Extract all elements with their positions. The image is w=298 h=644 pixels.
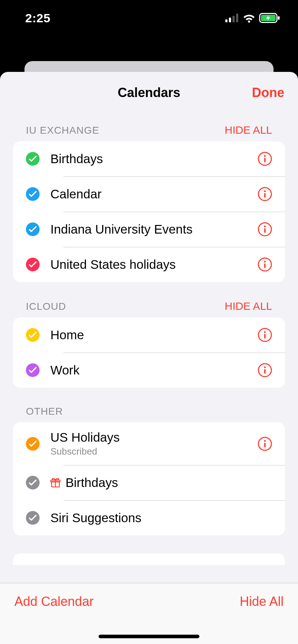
done-button[interactable]: Done <box>252 85 284 100</box>
calendar-name-text: Birthdays <box>66 475 118 490</box>
section-label: ICLOUD <box>26 301 66 312</box>
calendar-info-button[interactable] <box>258 222 272 236</box>
svg-rect-1 <box>229 18 231 22</box>
calendar-toggle-check[interactable] <box>26 222 40 236</box>
battery-charging-icon <box>259 13 280 23</box>
calendar-name: Indiana University Events <box>50 222 258 236</box>
calendar-name: United States holidays <box>50 257 258 272</box>
modal-header: Calendars Done <box>0 72 298 113</box>
calendar-row-body: Birthdays <box>50 468 272 498</box>
calendar-name: Calendar <box>50 187 258 201</box>
calendar-info-button[interactable] <box>258 187 272 201</box>
calendar-row[interactable]: Work <box>13 353 285 388</box>
calendar-name: Birthdays <box>50 152 258 166</box>
calendar-row[interactable]: Calendar <box>13 176 285 212</box>
calendar-toggle-check[interactable] <box>26 511 40 525</box>
calendar-name-text: Siri Suggestions <box>50 511 141 525</box>
status-time: 2:25 <box>25 11 50 25</box>
calendar-row-body: Birthdays <box>50 144 258 174</box>
calendar-row[interactable]: Birthdays <box>13 465 285 500</box>
calendar-info-button[interactable] <box>258 437 272 451</box>
calendar-row-body: United States holidays <box>50 249 258 280</box>
section-label: IU EXCHANGE <box>26 125 99 136</box>
wifi-icon <box>243 13 256 23</box>
calendar-name: Birthdays <box>50 475 272 490</box>
calendar-name-text: Indiana University Events <box>50 222 193 236</box>
calendars-modal: Calendars Done IU EXCHANGEHIDE ALLBirthd… <box>0 72 298 644</box>
calendar-toggle-check[interactable] <box>26 152 40 166</box>
calendar-row-body: US HolidaysSubscribed <box>50 422 258 465</box>
calendar-row-body: Siri Suggestions <box>50 503 272 533</box>
calendar-row[interactable]: Birthdays <box>13 141 285 176</box>
gift-icon <box>50 478 60 488</box>
svg-rect-3 <box>236 14 238 22</box>
calendar-group-card: US HolidaysSubscribedBirthdaysSiri Sugge… <box>13 422 285 535</box>
info-icon <box>258 222 272 236</box>
next-section-peek <box>13 553 285 565</box>
calendar-info-button[interactable] <box>258 257 272 272</box>
calendar-row[interactable]: Siri Suggestions <box>13 500 285 535</box>
calendar-name-text: United States holidays <box>50 257 176 272</box>
info-icon <box>258 328 272 342</box>
section-header: ICLOUDHIDE ALL <box>0 282 298 317</box>
calendar-info-button[interactable] <box>258 363 272 377</box>
section-header: OTHER <box>0 388 298 422</box>
calendar-row-body: Indiana University Events <box>50 214 258 244</box>
modal-title: Calendars <box>118 85 180 100</box>
svg-rect-7 <box>278 16 280 20</box>
calendar-group-card: HomeWork <box>13 317 285 388</box>
calendar-group-card: BirthdaysCalendarIndiana University Even… <box>13 141 285 282</box>
info-icon <box>258 152 272 166</box>
svg-point-4 <box>248 20 250 23</box>
calendar-name-text: Home <box>50 328 84 342</box>
cellular-icon <box>225 14 239 22</box>
calendar-name-text: Work <box>50 363 80 377</box>
calendar-row[interactable]: Home <box>13 317 285 353</box>
calendar-toggle-check[interactable] <box>26 476 40 489</box>
add-calendar-button[interactable]: Add Calendar <box>14 594 94 609</box>
info-icon <box>258 257 272 272</box>
calendar-name-text: US Holidays <box>50 430 120 445</box>
calendar-toggle-check[interactable] <box>26 328 40 342</box>
section-header: IU EXCHANGEHIDE ALL <box>0 113 298 141</box>
calendar-name-text: Calendar <box>50 187 101 201</box>
calendar-name-text: Birthdays <box>50 152 103 166</box>
calendar-toggle-check[interactable] <box>26 187 40 201</box>
calendar-name: Siri Suggestions <box>50 511 272 525</box>
home-indicator <box>99 635 199 638</box>
calendar-row[interactable]: Indiana University Events <box>13 212 285 247</box>
calendar-info-button[interactable] <box>258 328 272 342</box>
calendar-row-body: Work <box>50 355 258 385</box>
section-label: OTHER <box>26 406 63 417</box>
calendar-name: US Holidays <box>50 430 258 445</box>
status-icons <box>225 13 280 23</box>
svg-rect-2 <box>232 16 235 22</box>
calendar-toggle-check[interactable] <box>26 363 40 377</box>
calendar-name: Work <box>50 363 258 377</box>
calendar-row[interactable]: US HolidaysSubscribed <box>13 422 285 465</box>
info-icon <box>258 187 272 201</box>
info-icon <box>258 437 272 451</box>
calendar-name: Home <box>50 328 258 342</box>
hide-all-section-button[interactable]: HIDE ALL <box>225 300 272 312</box>
calendar-row-body: Home <box>50 320 258 350</box>
hide-all-section-button[interactable]: HIDE ALL <box>225 124 272 136</box>
status-bar: 2:25 <box>0 0 298 36</box>
calendar-row[interactable]: United States holidays <box>13 247 285 282</box>
svg-rect-0 <box>225 19 227 22</box>
calendar-row-body: Calendar <box>50 179 258 209</box>
calendar-info-button[interactable] <box>258 152 272 166</box>
hide-all-button[interactable]: Hide All <box>240 594 284 609</box>
calendar-toggle-check[interactable] <box>26 258 40 271</box>
calendar-toggle-check[interactable] <box>26 437 40 451</box>
calendar-subtitle: Subscribed <box>50 446 258 457</box>
info-icon <box>258 363 272 377</box>
